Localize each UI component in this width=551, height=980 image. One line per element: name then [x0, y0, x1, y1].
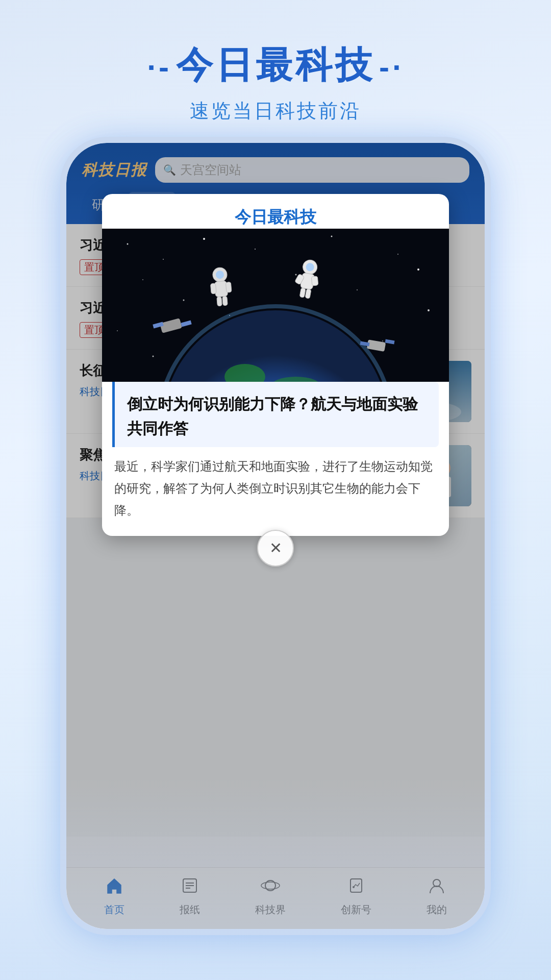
svg-point-24	[397, 254, 398, 255]
phone-inner: 科技日报 🔍 天宫空间站 研习 热点 政务 国际 科普 English ☰	[66, 143, 485, 929]
svg-point-30	[117, 330, 118, 331]
svg-rect-52	[222, 296, 228, 306]
svg-point-21	[203, 238, 205, 240]
svg-point-19	[127, 243, 129, 245]
svg-rect-50	[226, 282, 232, 292]
svg-point-27	[183, 300, 185, 301]
modal-header: 今日最科技	[102, 194, 449, 229]
modal-wrapper: 今日最科技	[102, 194, 449, 536]
svg-point-35	[153, 356, 154, 357]
svg-point-26	[142, 279, 143, 280]
svg-point-20	[163, 259, 164, 260]
svg-point-28	[357, 289, 358, 290]
modal-card: 今日最科技	[102, 194, 449, 536]
modal-title: 今日最科技	[235, 208, 316, 226]
svg-point-34	[382, 340, 383, 341]
svg-point-25	[417, 268, 419, 271]
modal-overlay: 今日最科技	[66, 143, 485, 929]
close-icon: ✕	[269, 539, 282, 557]
svg-rect-51	[217, 297, 222, 306]
main-title: 今日最科技	[147, 41, 404, 90]
svg-point-22	[255, 249, 256, 250]
modal-article-title: 倒立时为何识别能力下降？航天与地面实验共同作答	[112, 382, 439, 447]
modal-image	[102, 229, 449, 382]
svg-point-23	[331, 236, 333, 237]
svg-point-29	[428, 309, 430, 311]
svg-rect-49	[210, 283, 216, 294]
modal-close-button[interactable]: ✕	[257, 530, 294, 567]
top-title-area: 今日最科技 速览当日科技前沿	[0, 0, 551, 139]
svg-rect-57	[311, 276, 318, 286]
modal-article-body: 最近，科学家们通过航天和地面实验，进行了生物运动知觉的研究，解答了为何人类倒立时…	[102, 447, 449, 536]
svg-point-31	[295, 274, 297, 276]
phone-mockup: 科技日报 🔍 天宫空间站 研习 热点 政务 国际 科普 English ☰	[66, 143, 485, 929]
subtitle: 速览当日科技前沿	[0, 98, 551, 124]
